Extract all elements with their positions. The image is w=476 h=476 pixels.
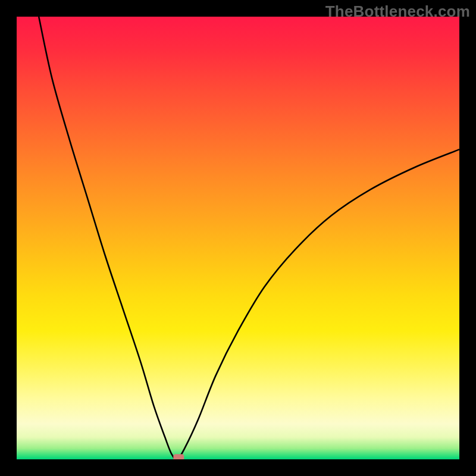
chart-frame: TheBottleneck.com <box>0 0 476 476</box>
plot-area <box>17 17 459 459</box>
bottleneck-curve <box>39 17 459 459</box>
min-marker <box>173 454 184 459</box>
curve-svg <box>17 17 459 459</box>
watermark-text: TheBottleneck.com <box>325 2 470 21</box>
